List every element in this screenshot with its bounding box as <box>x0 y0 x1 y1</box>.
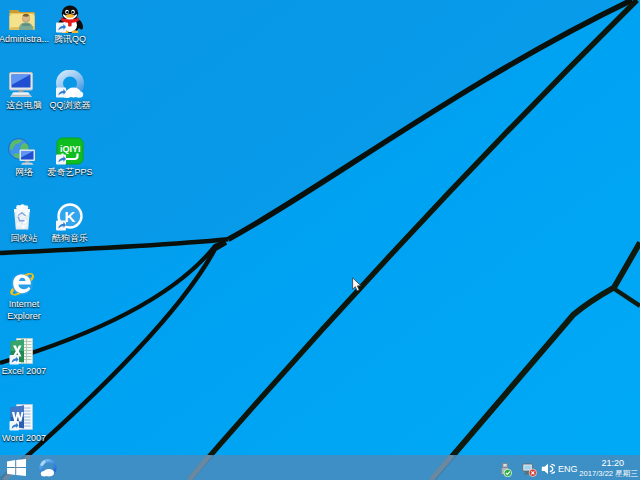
svg-text:iQIYI: iQIYI <box>60 144 81 154</box>
svg-text:K: K <box>65 208 76 225</box>
